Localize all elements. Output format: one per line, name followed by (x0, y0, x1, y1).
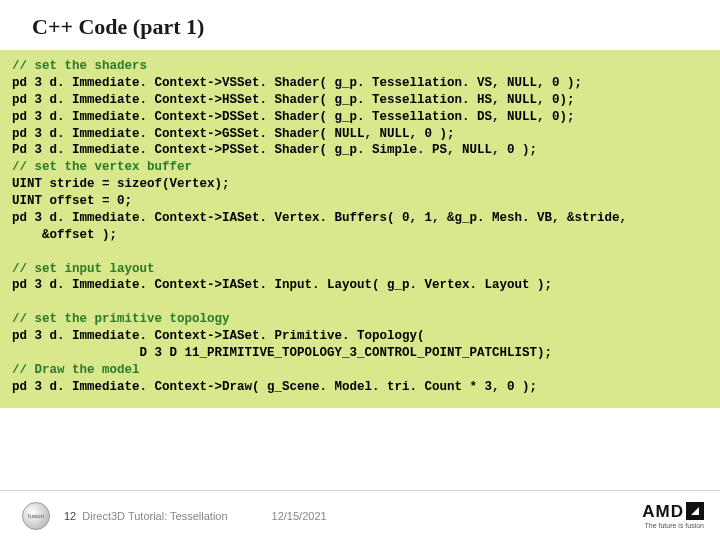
amd-logo-block: AMD The future is fusion (642, 502, 704, 529)
code-line: pd 3 d. Immediate. Context->HSSet. Shade… (12, 92, 708, 109)
slide-footer: fusion 12 Direct3D Tutorial: Tessellatio… (0, 490, 720, 540)
code-blank (12, 244, 708, 261)
code-line: UINT offset = 0; (12, 193, 708, 210)
code-line: pd 3 d. Immediate. Context->DSSet. Shade… (12, 109, 708, 126)
code-comment: // set the vertex buffer (12, 159, 708, 176)
amd-tagline: The future is fusion (644, 522, 704, 529)
code-line: Pd 3 d. Immediate. Context->PSSet. Shade… (12, 142, 708, 159)
code-line: pd 3 d. Immediate. Context->GSSet. Shade… (12, 126, 708, 143)
code-line: pd 3 d. Immediate. Context->IASet. Primi… (12, 328, 708, 345)
amd-logo-text: AMD (642, 503, 684, 520)
code-line: D 3 D 11_PRIMITIVE_TOPOLOGY_3_CONTROL_PO… (12, 345, 708, 362)
amd-arrow-icon (686, 502, 704, 520)
tutorial-name: Direct3D Tutorial: Tessellation (82, 510, 227, 522)
code-line: pd 3 d. Immediate. Context->VSSet. Shade… (12, 75, 708, 92)
code-line: UINT stride = sizeof(Vertex); (12, 176, 708, 193)
code-block: // set the shaderspd 3 d. Immediate. Con… (0, 50, 720, 408)
code-comment: // Draw the model (12, 362, 708, 379)
code-blank (12, 294, 708, 311)
code-line: &offset ); (12, 227, 708, 244)
code-line: pd 3 d. Immediate. Context->IASet. Verte… (12, 210, 708, 227)
code-line: pd 3 d. Immediate. Context->Draw( g_Scen… (12, 379, 708, 396)
page-number: 12 (64, 510, 76, 522)
slide-title: C++ Code (part 1) (0, 0, 720, 50)
code-comment: // set the shaders (12, 58, 708, 75)
code-comment: // set the primitive topology (12, 311, 708, 328)
code-comment: // set input layout (12, 261, 708, 278)
fusion-badge-icon: fusion (22, 502, 50, 530)
slide-date: 12/15/2021 (272, 510, 327, 522)
code-line: pd 3 d. Immediate. Context->IASet. Input… (12, 277, 708, 294)
